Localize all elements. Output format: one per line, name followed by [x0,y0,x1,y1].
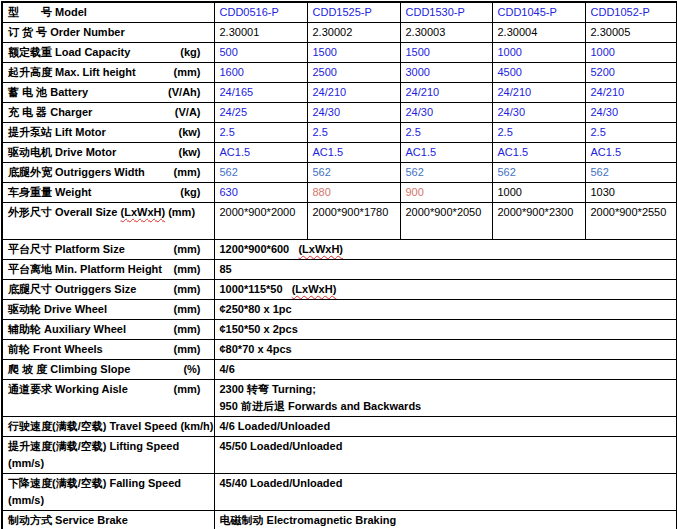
table-row-max-lift-height: 起升高度 Max. Lift height(mm)160025003000450… [2,63,677,83]
row-label-en: Service Brake [55,514,128,526]
row-label-load-capacity: 额定载重 Load Capacity(kg) [2,43,214,63]
row-label-zh: 下降速度(满载/空载) [8,477,106,489]
cell-value: 24/30 [498,106,526,118]
cell-value: 24/210 [313,86,347,98]
cell-value: 2.5 [313,126,328,138]
cell-model-col1: CDD0516-P [214,2,307,23]
cell-value: 562 [313,166,331,178]
cell-charger-col4: 24/30 [492,103,585,123]
row-unit: (mm) [174,64,201,81]
cell-value: ¢250*80 x 1pc [220,303,292,315]
table-row-load-capacity: 额定载重 Load Capacity(kg)500150015001000100… [2,43,677,63]
row-unit: (V/Ah) [168,84,200,101]
row-label-text: 通道要求 Working Aisle [8,381,128,398]
cell-value-line: 950 前进后退 Forwards and Backwards [220,398,672,415]
cell-order-number-col2: 2.30002 [307,23,400,43]
cell-overall-size-col2: 2000*900*1780 [307,203,400,240]
cell-weight-col2: 880 [307,183,400,203]
cell-value: 1600 [220,66,244,78]
row-label-zh: 平台尺寸 [8,243,52,255]
cell-value: CDD1530-P [406,6,465,18]
table-row-outriggers-width: 底腿外宽 Outriggers Width(mm)562562562562562 [2,163,677,183]
cell-value: 2000*900*2550 [591,206,667,218]
row-label-auxiliary-wheel: 辅助轮 Auxiliary Wheel(mm) [2,320,214,340]
cell-max-lift-height-col2: 2500 [307,63,400,83]
row-label-text: 车身重量 Weight [8,184,92,201]
cell-value: 562 [220,166,238,178]
row-label-en: Order Number [50,26,125,38]
row-label-drive-motor: 驱动电机 Drive Motor(kw) [2,143,214,163]
cell-value: 2.5 [591,126,606,138]
cell-battery-col5: 24/210 [585,83,677,103]
row-label-zh: 起升高度 [8,66,52,78]
cell-model-col4: CDD1045-P [492,2,585,23]
row-label-text: 前轮 Front Wheels [8,341,103,358]
row-label-text: 充 电 器 Charger [8,104,92,121]
row-label-zh: 底腿外宽 [8,166,52,178]
cell-load-capacity-col5: 1000 [585,43,677,63]
row-label-text: 制动方式 Service Brake [8,512,128,529]
row-label-text: 型 号 Model [8,4,87,21]
row-label-zh: 提升泵站 [8,126,52,138]
cell-value: 1000 [498,186,522,198]
cell-order-number-col1: 2.30001 [214,23,307,43]
row-label-outriggers-size: 底腿尺寸 Outriggers Size(mm) [2,280,214,300]
table-row-front-wheels: 前轮 Front Wheels(mm)¢80*70 x 4pcs [2,340,677,360]
spec-table: 型 号 ModelCDD0516-PCDD1525-PCDD1530-PCDD1… [1,1,677,529]
cell-value: AC1.5 [313,146,344,158]
cell-value: 2.5 [406,126,421,138]
cell-charger-col2: 24/30 [307,103,400,123]
row-label-text: 额定载重 Load Capacity [8,44,130,61]
cell-weight-col4: 1000 [492,183,585,203]
row-label-en: Platform Size [55,243,125,255]
table-row-climbing-slope: 爬 坡 度 Climbing Slope(%)4/6 [2,360,677,380]
row-label-en: Overall Size [55,206,117,218]
row-label-platform-size: 平台尺寸 Platform Size(mm) [2,240,214,260]
row-label-en: Battery [50,86,88,98]
cell-drive-motor-col3: AC1.5 [400,143,492,163]
table-row-charger: 充 电 器 Charger(V/A)24/2524/3024/3024/3024… [2,103,677,123]
cell-outriggers-size: 1000*115*50 (LxWxH) [214,280,677,300]
row-label-zh: 辅助轮 [8,323,41,335]
row-label-front-wheels: 前轮 Front Wheels(mm) [2,340,214,360]
row-label-weight: 车身重量 Weight(kg) [2,183,214,203]
cell-charger-col5: 24/30 [585,103,677,123]
cell-value: 24/30 [406,106,434,118]
cell-max-lift-height-col4: 4500 [492,63,585,83]
cell-lift-motor-col5: 2.5 [585,123,677,143]
row-unit: (kg) [180,184,200,201]
cell-value: 900 [406,186,424,198]
row-label-travel-speed: 行驶速度(满载/空载) Travel Speed (km/h) [2,417,214,437]
cell-model-col3: CDD1530-P [400,2,492,23]
cell-outriggers-width-col3: 562 [400,163,492,183]
cell-value-line: 2300 转弯 Turning; [220,381,672,398]
cell-value: 1500 [313,46,337,58]
cell-load-capacity-col4: 1000 [492,43,585,63]
row-label-zh: 平台离地 [8,263,52,275]
row-label-max-lift-height: 起升高度 Max. Lift height(mm) [2,63,214,83]
cell-value: 1200*900*600 [220,243,290,255]
cell-weight-col1: 630 [214,183,307,203]
cell-dimension-note: (LxWxH) [298,243,343,255]
row-label-lift-motor: 提升泵站 Lift Motor(kw) [2,123,214,143]
cell-overall-size-col1: 2000*900*2000 [214,203,307,240]
cell-max-lift-height-col5: 5200 [585,63,677,83]
row-unit: (kw) [179,144,201,161]
cell-battery-col3: 24/210 [400,83,492,103]
cell-drive-motor-col4: AC1.5 [492,143,585,163]
row-label-working-aisle: 通道要求 Working Aisle(mm) [2,380,214,417]
cell-model-col2: CDD1525-P [307,2,400,23]
row-unit: (%) [183,361,200,378]
table-row-overall-size: 外形尺寸 Overall Size (LxWxH) (mm)2000*900*2… [2,203,677,240]
row-label-text: 平台离地 Min. Platform Height [8,261,162,278]
cell-battery-col1: 24/165 [214,83,307,103]
row-label-en: Lifting Speed [109,440,179,452]
row-label-service-brake: 制动方式 Service Brake [2,511,214,529]
cell-value: 85 [220,263,232,275]
cell-drive-motor-col2: AC1.5 [307,143,400,163]
row-label-zh: 爬 坡 度 [8,363,47,375]
row-label-min-platform-height: 平台离地 Min. Platform Height(mm) [2,260,214,280]
cell-value: CDD1045-P [498,6,557,18]
cell-value: 500 [220,46,238,58]
cell-outriggers-width-col5: 562 [585,163,677,183]
